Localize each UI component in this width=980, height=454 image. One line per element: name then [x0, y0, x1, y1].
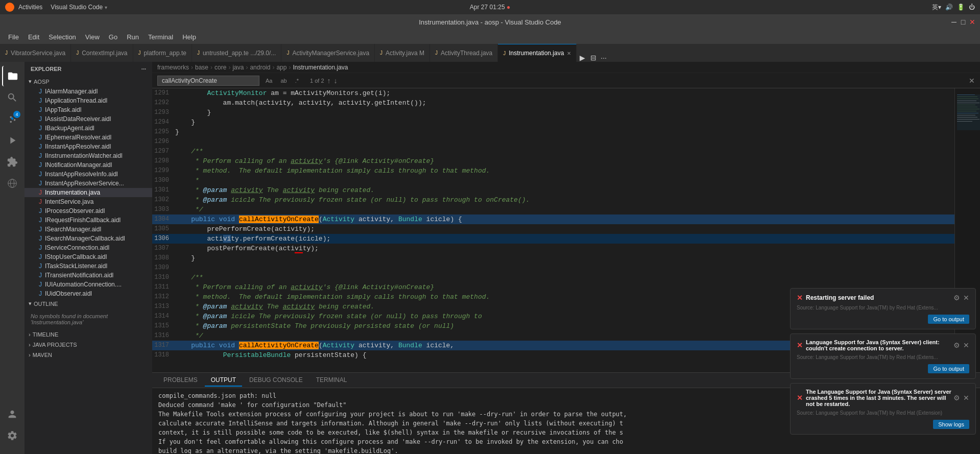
tab-icon-vibratorservice: J [5, 50, 8, 56]
notification-1-settings-button[interactable]: ⚙ [953, 294, 960, 302]
sidebar-section-javaprojects[interactable]: › JAVA PROJECTS [25, 340, 152, 350]
chevron-down-icon-outline: ▾ [29, 300, 32, 307]
sidebar-item-isearchmanager[interactable]: J ISearchManager.aidl [25, 225, 152, 234]
sidebar-item-iuidobserver[interactable]: J IUidObserver.aidl [25, 289, 152, 298]
minimize-button[interactable]: ─ [950, 18, 958, 26]
run-debug-icon[interactable] [2, 130, 22, 151]
maximize-button[interactable]: □ [960, 18, 967, 26]
svg-rect-17 [957, 94, 980, 130]
sidebar-section-maven[interactable]: › MAVEN [25, 350, 152, 360]
tab-activitymanager[interactable]: J ActivityManagerService.java [281, 44, 375, 62]
aidl-icon: J [39, 281, 42, 288]
tab-contextimpl[interactable]: J ContextImpl.java [71, 44, 133, 62]
sidebar-item-iuiautomationconnection[interactable]: J IUIAutomationConnection.... [25, 280, 152, 289]
notification-2-close-button[interactable]: ✕ [963, 341, 969, 349]
sidebar-item-iinstrumentationwatcher[interactable]: J IInstrumentationWatcher.aidl [25, 151, 152, 160]
sidebar-section-outline[interactable]: ▾ OUTLINE [25, 298, 152, 309]
search-prev-button[interactable]: ↑ [327, 77, 331, 85]
whole-word-button[interactable]: ab [277, 77, 290, 85]
search-close-button[interactable]: ✕ [969, 77, 975, 85]
tab-untrustedapp[interactable]: J untrusted_app.te .../29.0/... [192, 44, 281, 62]
notification-2-action-button[interactable]: Go to output [928, 364, 969, 373]
error-icon-2: ✕ [797, 341, 803, 349]
menu-terminal[interactable]: Terminal [144, 32, 177, 42]
sidebar-item-iephemeralresolver[interactable]: J IEphemeralResolver.aidl [25, 133, 152, 142]
search-options: Aa ab .* [262, 77, 302, 85]
menu-edit[interactable]: Edit [24, 32, 43, 42]
source-control-icon[interactable]: 4 [2, 109, 22, 129]
sidebar-section-timeline[interactable]: › TIMELINE [25, 329, 152, 340]
split-editor-button[interactable]: ⊟ [588, 54, 599, 62]
menu-file[interactable]: File [4, 32, 23, 42]
editor-with-minimap: 1291 ActivityMonitor am = mActivityMonit… [152, 88, 980, 372]
sidebar-item-istopusercallback[interactable]: J IStopUserCallback.aidl [25, 252, 152, 261]
code-editor[interactable]: 1291 ActivityMonitor am = mActivityMonit… [152, 88, 954, 372]
panel-tab-debug[interactable]: DEBUG CONSOLE [243, 374, 309, 387]
notification-1-action-button[interactable]: Go to output [928, 315, 969, 324]
aidl-icon: J [39, 217, 42, 224]
sidebar-item-instrumentation[interactable]: J Instrumentation.java [25, 188, 152, 197]
notification-3-title: ✕ The Language Support for Java (Syntax … [797, 389, 953, 407]
tab-close-instrumentation[interactable]: ✕ [567, 51, 571, 56]
aidl-icon: J [39, 88, 42, 95]
sidebar-item-intentservice[interactable]: J IntentService.java [25, 197, 152, 206]
find-input[interactable] [157, 76, 259, 86]
sidebar-item-instantappresolvinfo[interactable]: J InstantAppResolveInfo.aidl [25, 170, 152, 179]
notification-3-settings-button[interactable]: ⚙ [953, 394, 960, 402]
tab-vibratorservice[interactable]: J VibratorService.java [0, 44, 71, 62]
sidebar-item-ialarmmanager[interactable]: J IAlarmManager.aidl [25, 87, 152, 96]
remote-explorer-icon[interactable] [2, 173, 22, 194]
menu-help[interactable]: Help [178, 32, 200, 42]
code-line-1306: 1306 activity.performCreate(icicle); [152, 234, 954, 244]
extensions-icon[interactable] [2, 152, 22, 172]
run-button[interactable]: ▶ [577, 54, 588, 62]
panel-tab-output[interactable]: OUTPUT [205, 374, 242, 387]
notification-1-close-button[interactable]: ✕ [963, 294, 969, 302]
notification-2-title: ✕ Language Support for Java (Syntax Serv… [797, 339, 953, 351]
files-icon[interactable] [2, 66, 22, 86]
tab-platformapp[interactable]: J platform_app.te [133, 44, 192, 62]
notification-3-action-button[interactable]: Show logs [933, 420, 969, 429]
sidebar-more-button[interactable]: ··· [141, 66, 146, 72]
panel-tab-terminal[interactable]: TERMINAL [310, 374, 353, 387]
menu-run[interactable]: Run [123, 32, 143, 42]
aidl-icon: J [39, 171, 42, 178]
sidebar-section-aosp[interactable]: ▾ AOSP [25, 76, 152, 87]
sidebar-item-itaskstacklistener[interactable]: J ITaskStackListener.aidl [25, 261, 152, 271]
account-icon[interactable] [2, 404, 22, 424]
tab-activitythread[interactable]: J ActivityThread.java [430, 44, 498, 62]
menu-go[interactable]: Go [105, 32, 122, 42]
sidebar-item-irequestfinishcallback[interactable]: J IRequestFinishCallback.aidl [25, 216, 152, 225]
sidebar-item-inotificationmanager[interactable]: J INotificationManager.aidl [25, 160, 152, 170]
tab-bar: J VibratorService.java J ContextImpl.jav… [0, 44, 980, 62]
sidebar-item-iserviceconnection[interactable]: J IServiceConnection.aidl [25, 243, 152, 252]
panel-tab-problems[interactable]: PROBLEMS [157, 374, 204, 387]
sidebar-item-iapptask[interactable]: J IAppTask.aidl [25, 105, 152, 114]
sidebar-item-itransientnotification[interactable]: J ITransientNotification.aidl [25, 271, 152, 280]
notification-1-controls: ⚙ ✕ [953, 294, 969, 302]
aidl-icon: J [39, 115, 42, 123]
sidebar-item-iapplicationthread[interactable]: J IApplicationThread.aidl [25, 96, 152, 105]
title-bar-controls[interactable]: ─ □ ✕ [950, 18, 980, 26]
sidebar-item-isearchmanagercallback[interactable]: J ISearchManagerCallback.aidl [25, 234, 152, 243]
menu-view[interactable]: View [81, 32, 104, 42]
tab-label-activitymanager: ActivityManagerService.java [292, 50, 369, 57]
notification-3-close-button[interactable]: ✕ [963, 394, 969, 402]
sidebar-item-ibackupagent[interactable]: J IBackupAgent.aidl [25, 124, 152, 133]
sidebar-item-instantappresolverservice[interactable]: J InstantAppResolverService... [25, 179, 152, 188]
sidebar-item-iassistdatareceiver[interactable]: J IAssistDataReceiver.aidl [25, 114, 152, 124]
close-button[interactable]: ✕ [969, 18, 976, 26]
sidebar-item-iprocessobserver[interactable]: J IProcessObserver.aidl [25, 206, 152, 216]
tab-instrumentation[interactable]: J Instrumentation.java ✕ [498, 44, 577, 62]
sidebar-item-iinstantappresolver[interactable]: J IInstantAppResolver.aidl [25, 142, 152, 151]
menu-selection[interactable]: Selection [44, 32, 80, 42]
search-icon[interactable] [2, 87, 22, 108]
chevron-right-icon-timeline: › [29, 331, 31, 338]
settings-icon[interactable] [2, 425, 22, 446]
tab-activityjava[interactable]: J Activity.java M [375, 44, 430, 62]
more-actions-button[interactable]: ··· [599, 54, 609, 62]
match-case-button[interactable]: Aa [262, 77, 275, 85]
regex-button[interactable]: .* [292, 77, 302, 85]
search-next-button[interactable]: ↓ [334, 77, 338, 85]
notification-2-settings-button[interactable]: ⚙ [953, 341, 960, 349]
